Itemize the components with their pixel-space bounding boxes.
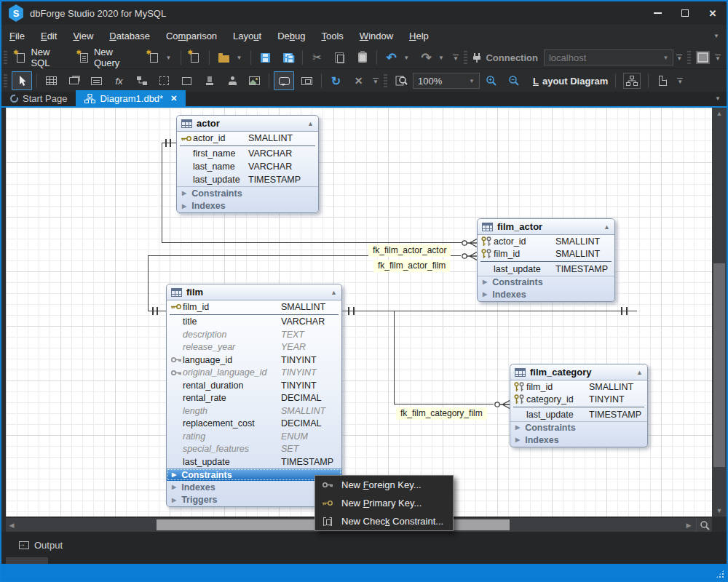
tab-close-icon[interactable]: ✕ <box>167 94 177 103</box>
menu-debug[interactable]: Debug <box>269 28 313 44</box>
stamp-tool-button[interactable] <box>198 72 221 89</box>
image-tool-button[interactable] <box>243 72 266 89</box>
toolbar-overflow-icon[interactable]: ▼ <box>712 55 724 60</box>
scroll-left-icon[interactable]: ◀ <box>6 522 17 529</box>
close-button[interactable]: ✕ <box>699 1 727 25</box>
menu-comparison[interactable]: Comparison <box>158 28 225 44</box>
column-row[interactable]: language_id TINYINT <box>167 354 341 367</box>
redo-button[interactable]: ↷▼ <box>415 49 450 66</box>
layout-diagram-button[interactable]: Layout Diagram <box>525 73 612 89</box>
entity-table-actor[interactable]: actor ▲ actor_id SMALLINT first_nameVARC… <box>176 115 319 213</box>
refresh-button[interactable]: ↻ <box>325 72 347 89</box>
column-row[interactable]: first_nameVARCHAR <box>177 147 318 160</box>
section-constraints[interactable]: ▶Constraints <box>177 186 318 199</box>
new-sql-button[interactable]: New SQL <box>10 44 74 71</box>
maximize-button[interactable] <box>671 1 699 25</box>
toolbar-grip[interactable] <box>4 74 7 87</box>
comment-tool-button[interactable] <box>274 71 294 90</box>
frame-tool-button[interactable] <box>175 72 198 89</box>
connection-combobox[interactable]: localhost ▼ <box>544 49 673 65</box>
entity-header[interactable]: actor ▲ <box>177 116 318 132</box>
zoom-out-button[interactable] <box>502 72 525 89</box>
collapse-icon[interactable]: ▲ <box>307 120 314 127</box>
new-document-button[interactable]: ▼ <box>143 49 178 66</box>
resize-grip[interactable] <box>716 570 724 578</box>
paste-button[interactable] <box>351 49 373 66</box>
column-row[interactable]: last_updateTIMESTAMP <box>167 455 341 469</box>
relationship-label[interactable]: fk_film_actor_film <box>373 260 450 272</box>
relationship-line[interactable] <box>394 404 494 404</box>
section-indexes[interactable]: ▶Indexes <box>510 434 647 447</box>
section-indexes[interactable]: ▶Indexes <box>478 288 614 301</box>
undo-button[interactable]: ↶▼ <box>380 49 415 66</box>
relationship-label[interactable]: fk_film_category_film <box>396 407 487 420</box>
column-row[interactable]: titleVARCHAR <box>167 316 341 329</box>
view-tool-button[interactable] <box>63 72 85 89</box>
delete-button[interactable]: ✕ <box>347 72 370 89</box>
menu-item-new-primary-key[interactable]: New Primary Key... <box>315 494 453 512</box>
toolbar-grip[interactable] <box>464 51 467 64</box>
collapse-icon[interactable]: ▲ <box>331 289 337 296</box>
column-row[interactable]: last_updateTIMESTAMP <box>510 408 647 421</box>
column-row[interactable]: last_updateTIMESTAMP <box>177 173 318 186</box>
menu-overflow-icon[interactable]: ▼ <box>713 33 719 39</box>
toolbar-overflow-icon[interactable]: ▼ <box>370 78 381 84</box>
entity-table-film-category[interactable]: film_category ▲ film_id SMALLINT categor… <box>510 364 648 447</box>
entity-table-film-actor[interactable]: film_actor ▲ actor_id SMALLINT film_id S… <box>477 218 615 302</box>
editor-tool-button[interactable] <box>85 72 108 89</box>
toolbar-overflow-icon[interactable]: ▼ <box>674 78 686 84</box>
relationship-label[interactable]: fk_film_actor_actor <box>368 244 451 257</box>
column-row[interactable]: last_updateTIMESTAMP <box>478 263 614 276</box>
menu-layout[interactable]: Layout <box>225 28 269 44</box>
save-button[interactable] <box>254 49 277 66</box>
scroll-down-icon[interactable]: ▼ <box>712 507 727 514</box>
new-query-button[interactable]: New Query <box>73 44 142 71</box>
menu-help[interactable]: Help <box>401 28 437 44</box>
output-tab-indicator[interactable] <box>6 557 48 564</box>
column-row[interactable]: replacement_costDECIMAL <box>167 418 341 431</box>
title-bar[interactable]: S dbForge Studio 2020 for MySQL ✕ <box>1 1 727 25</box>
new-object-button[interactable] <box>183 49 206 66</box>
toolbar-grip[interactable] <box>4 51 7 64</box>
canvas-zoom-button[interactable] <box>696 518 712 532</box>
toolbar-overflow-icon[interactable]: ▼ <box>673 55 685 60</box>
toolbar-overflow-icon[interactable]: ▼ <box>450 55 462 60</box>
column-row[interactable]: ratingENUM <box>167 430 341 443</box>
collapse-icon[interactable]: ▲ <box>636 369 643 376</box>
tab-overflow-icon[interactable]: ▼ <box>715 95 721 106</box>
minimize-button[interactable] <box>644 1 671 25</box>
entity-header[interactable]: film ▲ <box>167 284 341 300</box>
open-file-button[interactable]: ▼ <box>213 49 248 66</box>
collapse-icon[interactable]: ▲ <box>604 223 610 231</box>
column-row[interactable]: descriptionTEXT <box>167 328 341 341</box>
dock-layout-icon[interactable] <box>696 51 710 64</box>
column-row[interactable]: lengthSMALLINT <box>167 404 341 418</box>
page-setup-button[interactable] <box>652 72 674 89</box>
column-row[interactable]: film_id SMALLINT <box>478 248 614 261</box>
relation-tool-button[interactable] <box>130 72 153 89</box>
toolbar-grip[interactable] <box>384 74 387 87</box>
embedded-window-button[interactable] <box>296 72 318 89</box>
menu-view[interactable]: View <box>65 28 101 44</box>
column-row[interactable]: rental_durationTINYINT <box>167 379 341 392</box>
menu-item-new-foreign-key[interactable]: New Foreign Key... <box>315 476 453 494</box>
menu-window[interactable]: Window <box>352 28 401 44</box>
entity-header[interactable]: film_category ▲ <box>510 364 647 380</box>
relationship-line[interactable] <box>162 242 462 243</box>
person-stamp-button[interactable] <box>221 72 243 89</box>
column-row[interactable]: actor_id SMALLINT <box>478 235 614 248</box>
menu-tools[interactable]: Tools <box>313 28 351 44</box>
column-row[interactable]: special_featuresSET <box>167 443 341 456</box>
zoom-in-button[interactable] <box>480 72 502 89</box>
section-indexes[interactable]: ▶Indexes <box>177 199 318 212</box>
column-row[interactable]: actor_id SMALLINT <box>177 132 318 145</box>
scroll-up-icon[interactable]: ▲ <box>712 110 727 117</box>
marquee-tool-button[interactable] <box>153 72 175 89</box>
tab-diagram1[interactable]: Diagram1.dbd* ✕ <box>76 90 186 106</box>
column-row[interactable]: last_nameVARCHAR <box>177 160 318 173</box>
menu-item-new-check-constraint[interactable]: New Check Constraint... <box>315 512 453 530</box>
zoom-window-button[interactable] <box>390 72 413 89</box>
column-row[interactable]: film_id SMALLINT <box>510 380 647 394</box>
column-row[interactable]: film_id SMALLINT <box>167 300 341 314</box>
function-tool-button[interactable]: fx <box>108 72 130 89</box>
